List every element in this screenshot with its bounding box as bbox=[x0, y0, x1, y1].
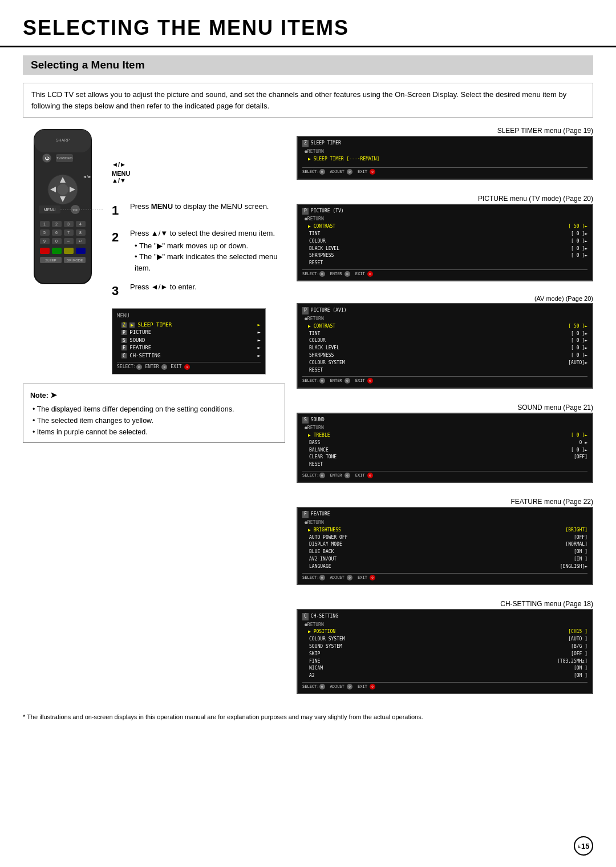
svg-text:↩: ↩ bbox=[79, 239, 82, 243]
feature-label: FEATURE menu (Page 22) bbox=[297, 498, 593, 506]
remote-label-updown: ▲/▼ bbox=[112, 177, 126, 184]
remote-svg: SHARP ⏻ TV/VIDEO bbox=[23, 127, 103, 292]
svg-text:9: 9 bbox=[43, 239, 46, 243]
footer-note: * The illustrations and on-screen displa… bbox=[0, 712, 616, 722]
svg-text:0: 0 bbox=[55, 239, 58, 243]
feature-section: FEATURE menu (Page 22) F FEATURE ●RETURN… bbox=[297, 498, 593, 585]
ch-setting-screen: C CH-SETTING ●RETURN ▶ POSITION[CH15 ] C… bbox=[297, 609, 593, 694]
step-2: 2 Press ▲/▼ to select the desired menu i… bbox=[112, 228, 285, 273]
ch-setting-label: CH-SETTING menu (Page 18) bbox=[297, 600, 593, 608]
menu-row-sound: S SOUND► bbox=[117, 337, 261, 345]
svg-text:4: 4 bbox=[79, 222, 82, 226]
page-title: SELECTING THE MENU ITEMS bbox=[23, 16, 593, 40]
svg-text:1: 1 bbox=[43, 222, 46, 226]
step-2-bullet-1: The "▶" mark moves up or down. bbox=[135, 240, 285, 252]
svg-text:◄/►: ◄/► bbox=[83, 175, 92, 179]
svg-rect-42 bbox=[52, 248, 62, 254]
page-number-badge: E15 bbox=[574, 836, 593, 856]
svg-text:6: 6 bbox=[55, 231, 58, 235]
svg-text:5: 5 bbox=[43, 231, 46, 235]
step-1: 1 Press MENU to display the MENU screen. bbox=[112, 201, 285, 220]
left-column: SHARP ⏻ TV/VIDEO bbox=[23, 127, 285, 703]
svg-point-12 bbox=[57, 184, 68, 195]
menu-row-sleep: Z ▶ SLEEP TIMER► bbox=[117, 321, 261, 329]
step-3-content: Press ◄/► to enter. bbox=[130, 281, 285, 300]
note-item-2: The selected item changes to yellow. bbox=[33, 415, 278, 426]
svg-text:SHARP: SHARP bbox=[56, 138, 70, 142]
page-number: 15 bbox=[581, 842, 589, 850]
ch-setting-section: CH-SETTING menu (Page 18) C CH-SETTING ●… bbox=[297, 600, 593, 694]
note-title: Note: ➤ bbox=[30, 389, 278, 401]
svg-text:DR.MODE: DR.MODE bbox=[67, 259, 83, 262]
sleep-timer-label: SLEEP TIMER menu (Page 19) bbox=[297, 127, 593, 135]
svg-rect-43 bbox=[64, 248, 74, 254]
note-box: Note: ➤ The displayed items differ depen… bbox=[23, 384, 285, 443]
intro-box: This LCD TV set allows you to adjust the… bbox=[23, 83, 593, 118]
menu-bottom-bar: SELECT:⊙ ENTER ⊙ EXIT ⊙ bbox=[117, 362, 261, 370]
note-item-1: The displayed items differ depending on … bbox=[33, 404, 278, 415]
section-title: Selecting a Menu Item bbox=[31, 59, 145, 71]
step-2-number: 2 bbox=[112, 228, 124, 273]
step-3: 3 Press ◄/► to enter. bbox=[112, 281, 285, 300]
page-letter: E bbox=[578, 844, 581, 849]
svg-text:2: 2 bbox=[55, 222, 58, 226]
remote-area: SHARP ⏻ TV/VIDEO bbox=[23, 127, 285, 374]
remote-control: SHARP ⏻ TV/VIDEO bbox=[23, 127, 103, 295]
svg-rect-41 bbox=[40, 248, 50, 254]
sound-section: SOUND menu (Page 21) S SOUND ●RETURN ▶ T… bbox=[297, 404, 593, 483]
step-1-bold: MENU bbox=[151, 202, 173, 211]
step-1-content: Press MENU to display the MENU screen. bbox=[130, 201, 285, 220]
menu-row-ch: C CH-SETTING► bbox=[117, 352, 261, 360]
step-2-bullet-2: The "▶" mark indicates the selected menu… bbox=[135, 251, 285, 273]
screens-column: SLEEP TIMER menu (Page 19) Z SLEEP TIMER… bbox=[297, 127, 593, 703]
sleep-timer-screen: Z SLEEP TIMER ●RETURN ▶ SLEEP TIMER [---… bbox=[297, 136, 593, 180]
right-column: SLEEP TIMER menu (Page 19) Z SLEEP TIMER… bbox=[285, 127, 593, 703]
svg-text:7: 7 bbox=[67, 231, 70, 235]
sound-screen: S SOUND ●RETURN ▶ TREBLE[ 0 ]► BASS0 ► B… bbox=[297, 413, 593, 483]
section-title-bar: Selecting a Menu Item bbox=[23, 55, 593, 75]
step-1-number: 1 bbox=[112, 201, 124, 220]
svg-text:3: 3 bbox=[67, 222, 70, 226]
step-2-content: Press ▲/▼ to select the desired menu ite… bbox=[130, 228, 285, 273]
sound-label: SOUND menu (Page 21) bbox=[297, 404, 593, 412]
picture-tv-section: PICTURE menu (TV mode) (Page 20) P PICTU… bbox=[297, 195, 593, 282]
picture-av-screen: P PICTURE (AV1) ●RETURN ▶ CONTRAST[ 50 ]… bbox=[297, 303, 593, 388]
picture-tv-label: PICTURE menu (TV mode) (Page 20) bbox=[297, 195, 593, 203]
menu-row-feature: F FEATURE► bbox=[117, 344, 261, 352]
svg-text:SLEEP: SLEEP bbox=[45, 259, 56, 262]
svg-text:TV/VIDEO: TV/VIDEO bbox=[56, 156, 72, 160]
note-item-3: Items in purple cannot be selected. bbox=[33, 426, 278, 438]
svg-text:MENU: MENU bbox=[44, 208, 56, 212]
note-list: The displayed items differ depending on … bbox=[30, 404, 278, 438]
sleep-timer-section: SLEEP TIMER menu (Page 19) Z SLEEP TIMER… bbox=[297, 127, 593, 180]
two-col-layout: SHARP ⏻ TV/VIDEO bbox=[23, 127, 593, 703]
svg-text:–: – bbox=[67, 239, 70, 243]
menu-screen-mockup: MENU Z ▶ SLEEP TIMER► P PICTURE► S SOUND… bbox=[112, 308, 266, 374]
step-2-bullets: The "▶" mark moves up or down. The "▶" m… bbox=[130, 240, 285, 274]
steps-content: ◄/► MENU ▲/▼ 1 Press MENU to display the… bbox=[112, 127, 285, 374]
svg-text:8: 8 bbox=[79, 231, 82, 235]
footer-note-text: * The illustrations and on-screen displa… bbox=[23, 713, 423, 720]
step-3-number: 3 bbox=[112, 281, 124, 300]
main-content: This LCD TV set allows you to adjust the… bbox=[0, 83, 616, 703]
picture-av-section: (AV mode) (Page 20) P PICTURE (AV1) ●RET… bbox=[297, 296, 593, 388]
picture-tv-screen: P PICTURE (TV) ●RETURN ▶ CONTRAST[ 50 ]►… bbox=[297, 204, 593, 282]
page-header: SELECTING THE MENU ITEMS bbox=[0, 0, 616, 47]
intro-text: This LCD TV set allows you to adjust the… bbox=[31, 90, 566, 110]
svg-text:OK: OK bbox=[73, 208, 78, 212]
feature-screen: F FEATURE ●RETURN ▶ BRIGHTNESS[BRIGHT] A… bbox=[297, 507, 593, 585]
remote-label-arrows: ◄/► bbox=[112, 161, 126, 168]
remote-label-menu: MENU bbox=[112, 170, 130, 177]
av-mode-label: (AV mode) (Page 20) bbox=[297, 295, 593, 302]
svg-rect-44 bbox=[76, 248, 86, 254]
svg-text:⏻: ⏻ bbox=[44, 156, 50, 161]
menu-row-picture: P PICTURE► bbox=[117, 329, 261, 337]
